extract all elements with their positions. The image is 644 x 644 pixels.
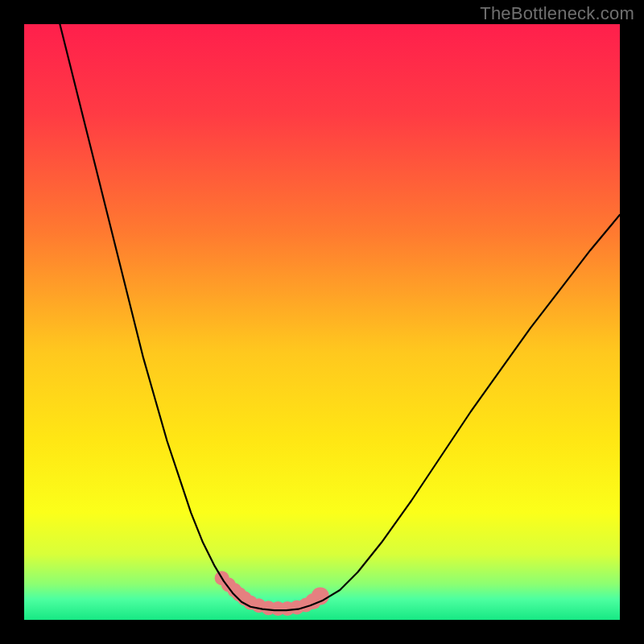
watermark-text: TheBottleneck.com <box>480 3 634 24</box>
curve-layer <box>24 24 620 620</box>
chart-frame: TheBottleneck.com <box>0 0 644 644</box>
bottleneck-curve <box>60 24 620 610</box>
plot-area <box>24 24 620 620</box>
